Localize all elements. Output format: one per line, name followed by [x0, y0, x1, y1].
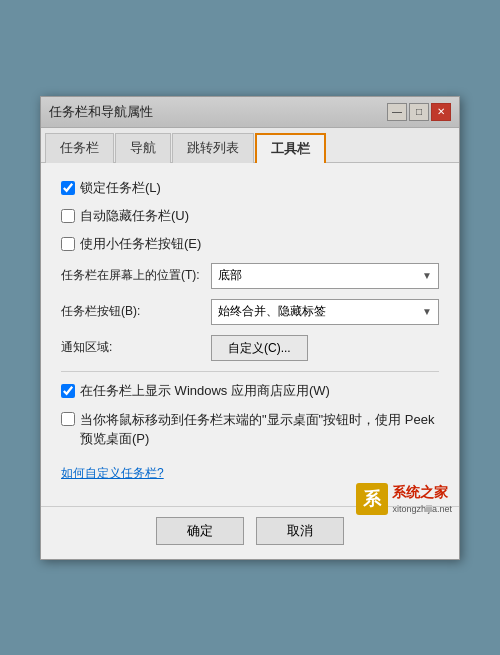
taskbar-buttons-value: 始终合并、隐藏标签: [218, 303, 326, 320]
how-to-customize-link[interactable]: 如何自定义任务栏?: [61, 465, 439, 482]
watermark-icon: 系: [356, 483, 388, 515]
minimize-button[interactable]: —: [387, 103, 407, 121]
autohide-text: 自动隐藏任务栏(U): [80, 207, 189, 225]
smallbuttons-text: 使用小任务栏按钮(E): [80, 235, 201, 253]
buttons-label: 任务栏按钮(B):: [61, 303, 211, 320]
position-control: 底部 ▼: [211, 263, 439, 289]
watermark: 系 系统之家 xitongzhijia.net: [356, 483, 452, 515]
position-label: 任务栏在屏幕上的位置(T):: [61, 267, 211, 284]
smallbuttons-checkbox[interactable]: [61, 237, 75, 251]
smallbuttons-row: 使用小任务栏按钮(E): [61, 235, 439, 253]
position-arrow-icon: ▼: [422, 270, 432, 281]
peek-checkbox[interactable]: [61, 412, 75, 426]
window-controls: — □ ✕: [387, 103, 451, 121]
tab-bar: 任务栏 导航 跳转列表 工具栏: [41, 128, 459, 163]
cancel-button[interactable]: 取消: [256, 517, 344, 545]
tab-taskbar[interactable]: 任务栏: [45, 133, 114, 163]
winstore-label[interactable]: 在任务栏上显示 Windows 应用商店应用(W): [61, 382, 330, 400]
ok-button[interactable]: 确定: [156, 517, 244, 545]
notify-control: 自定义(C)...: [211, 335, 439, 361]
winstore-text: 在任务栏上显示 Windows 应用商店应用(W): [80, 382, 330, 400]
notify-row: 通知区域: 自定义(C)...: [61, 335, 439, 361]
divider-1: [61, 371, 439, 372]
peek-row: 当你将鼠标移动到任务栏末端的"显示桌面"按钮时，使用 Peek 预览桌面(P): [61, 410, 439, 449]
tab-toolbar[interactable]: 工具栏: [255, 133, 326, 163]
position-row: 任务栏在屏幕上的位置(T): 底部 ▼: [61, 263, 439, 289]
winstore-checkbox[interactable]: [61, 384, 75, 398]
lock-taskbar-row: 锁定任务栏(L): [61, 179, 439, 197]
window-title: 任务栏和导航属性: [49, 103, 153, 121]
lock-taskbar-checkbox[interactable]: [61, 181, 75, 195]
peek-text: 当你将鼠标移动到任务栏末端的"显示桌面"按钮时，使用 Peek 预览桌面(P): [80, 410, 439, 449]
peek-label[interactable]: 当你将鼠标移动到任务栏末端的"显示桌面"按钮时，使用 Peek 预览桌面(P): [61, 410, 439, 449]
customize-button[interactable]: 自定义(C)...: [211, 335, 308, 361]
taskbar-buttons-arrow-icon: ▼: [422, 306, 432, 317]
tab-jumplist[interactable]: 跳转列表: [172, 133, 254, 163]
watermark-text: 系统之家 xitongzhijia.net: [392, 483, 452, 515]
lock-taskbar-label[interactable]: 锁定任务栏(L): [61, 179, 161, 197]
autohide-label[interactable]: 自动隐藏任务栏(U): [61, 207, 189, 225]
tab-navigation[interactable]: 导航: [115, 133, 171, 163]
taskbar-buttons-select[interactable]: 始终合并、隐藏标签 ▼: [211, 299, 439, 325]
position-value: 底部: [218, 267, 242, 284]
lock-taskbar-text: 锁定任务栏(L): [80, 179, 161, 197]
dialog-content: 锁定任务栏(L) 自动隐藏任务栏(U) 使用小任务栏按钮(E) 任务栏在屏幕上: [41, 163, 459, 506]
position-select[interactable]: 底部 ▼: [211, 263, 439, 289]
buttons-row: 任务栏按钮(B): 始终合并、隐藏标签 ▼: [61, 299, 439, 325]
autohide-checkbox[interactable]: [61, 209, 75, 223]
close-button[interactable]: ✕: [431, 103, 451, 121]
winstore-row: 在任务栏上显示 Windows 应用商店应用(W): [61, 382, 439, 400]
autohide-row: 自动隐藏任务栏(U): [61, 207, 439, 225]
smallbuttons-label[interactable]: 使用小任务栏按钮(E): [61, 235, 201, 253]
buttons-control: 始终合并、隐藏标签 ▼: [211, 299, 439, 325]
maximize-button[interactable]: □: [409, 103, 429, 121]
notify-label: 通知区域:: [61, 339, 211, 356]
title-bar: 任务栏和导航属性 — □ ✕: [41, 97, 459, 128]
